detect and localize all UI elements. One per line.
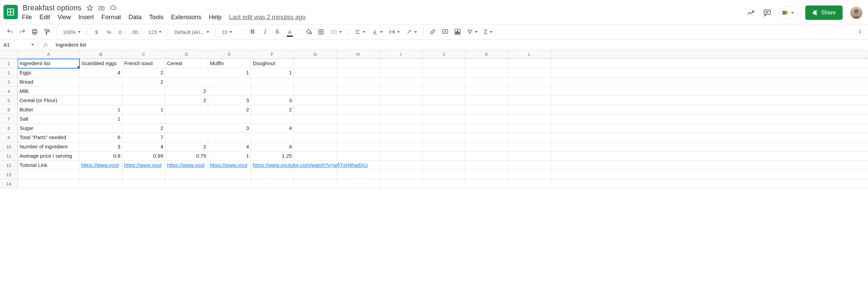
cell[interactable] — [122, 96, 165, 105]
cell[interactable] — [80, 124, 122, 133]
star-icon[interactable] — [86, 4, 93, 11]
bold-button[interactable]: B — [248, 27, 258, 37]
cell[interactable]: 3 — [208, 124, 251, 133]
cell[interactable] — [294, 142, 337, 151]
cell[interactable]: Bread — [18, 77, 80, 87]
cell[interactable] — [337, 77, 380, 87]
row-header[interactable]: 6 — [0, 105, 18, 114]
cell[interactable] — [380, 68, 423, 77]
cell[interactable]: Total "Parts" needed — [18, 133, 80, 142]
increase-decimal-button[interactable]: .00 → — [130, 27, 144, 37]
cell[interactable] — [423, 170, 465, 179]
cell[interactable] — [423, 59, 465, 68]
cell[interactable] — [80, 77, 122, 87]
cell[interactable] — [18, 179, 80, 188]
cell[interactable] — [465, 59, 508, 68]
cell[interactable] — [165, 170, 208, 179]
zoom-dropdown[interactable]: 100% — [61, 29, 83, 35]
menu-help[interactable]: Help — [209, 14, 222, 21]
cell[interactable] — [423, 77, 465, 87]
decrease-decimal-button[interactable]: .0 ← — [116, 27, 128, 37]
cell[interactable] — [165, 114, 208, 124]
column-header[interactable]: J — [423, 50, 465, 59]
cell[interactable] — [423, 179, 465, 188]
row-header[interactable]: 4 — [0, 87, 18, 96]
column-header[interactable]: A — [18, 50, 80, 59]
cell[interactable] — [423, 161, 465, 170]
cell[interactable] — [337, 105, 380, 114]
cell[interactable] — [465, 170, 508, 179]
column-header[interactable]: E — [208, 50, 251, 59]
text-color-button[interactable]: A — [285, 27, 295, 37]
cell[interactable] — [251, 179, 294, 188]
cell[interactable] — [80, 87, 122, 96]
cell[interactable] — [294, 105, 337, 114]
cell[interactable]: 1.25 — [251, 151, 294, 161]
cell[interactable]: 6 — [80, 133, 122, 142]
cell[interactable] — [337, 170, 380, 179]
row-header[interactable]: 7 — [0, 114, 18, 124]
cell[interactable]: French toast — [122, 59, 165, 68]
cell[interactable]: 0.75 — [165, 151, 208, 161]
cell[interactable] — [122, 179, 165, 188]
cell[interactable] — [337, 114, 380, 124]
cell[interactable] — [465, 87, 508, 96]
cell[interactable] — [208, 170, 251, 179]
cell[interactable] — [165, 124, 208, 133]
cell[interactable] — [208, 179, 251, 188]
menu-format[interactable]: Format — [102, 14, 121, 21]
row-header[interactable]: 2 — [0, 68, 18, 77]
cell[interactable] — [508, 179, 551, 188]
insert-comment-button[interactable] — [440, 27, 450, 37]
cell[interactable]: 1 — [122, 105, 165, 114]
strikethrough-button[interactable]: S — [272, 27, 283, 37]
cell[interactable] — [294, 114, 337, 124]
cell[interactable] — [380, 96, 423, 105]
row-header[interactable]: 13 — [0, 170, 18, 179]
cell[interactable]: 1 — [80, 114, 122, 124]
borders-button[interactable] — [316, 27, 326, 37]
cell[interactable] — [380, 105, 423, 114]
formula-bar-input[interactable]: Ingredient list — [54, 42, 868, 48]
cell[interactable] — [122, 114, 165, 124]
row-header[interactable]: 14 — [0, 179, 18, 188]
comments-icon[interactable] — [763, 8, 772, 17]
row-header[interactable]: 8 — [0, 124, 18, 133]
cell[interactable] — [294, 133, 337, 142]
cell[interactable]: Milk — [18, 87, 80, 96]
cell[interactable] — [380, 133, 423, 142]
menu-file[interactable]: File — [22, 14, 32, 21]
cell[interactable] — [380, 87, 423, 96]
cell[interactable]: 2 — [208, 105, 251, 114]
cell[interactable]: 3 — [80, 142, 122, 151]
cell[interactable] — [380, 77, 423, 87]
cell[interactable]: 1 — [208, 68, 251, 77]
cell[interactable] — [337, 59, 380, 68]
row-header[interactable]: 9 — [0, 133, 18, 142]
italic-button[interactable]: I — [260, 27, 270, 37]
row-header[interactable]: 5 — [0, 96, 18, 105]
cell[interactable] — [208, 87, 251, 96]
cell[interactable] — [294, 59, 337, 68]
cell[interactable]: https://www.yout — [208, 161, 251, 170]
format-percent-button[interactable]: % — [104, 27, 114, 37]
more-formats-dropdown[interactable]: 123 — [146, 29, 164, 35]
cell[interactable]: Doughnut — [251, 59, 294, 68]
cell[interactable] — [423, 87, 465, 96]
cell[interactable] — [380, 151, 423, 161]
cell[interactable]: Average price / serving — [18, 151, 80, 161]
cell[interactable] — [165, 68, 208, 77]
cell[interactable] — [508, 77, 551, 87]
share-button[interactable]: Share — [805, 5, 843, 20]
cell[interactable] — [165, 77, 208, 87]
cell[interactable] — [423, 96, 465, 105]
cell[interactable] — [337, 87, 380, 96]
cell[interactable] — [208, 114, 251, 124]
cell[interactable]: Number of ingredient — [18, 142, 80, 151]
cell[interactable] — [423, 142, 465, 151]
cell[interactable] — [251, 133, 294, 142]
merge-cells-dropdown[interactable] — [328, 28, 344, 35]
font-family-dropdown[interactable]: Default (Ari... — [172, 29, 211, 35]
cell[interactable]: 2 — [165, 87, 208, 96]
account-avatar[interactable] — [850, 7, 863, 19]
